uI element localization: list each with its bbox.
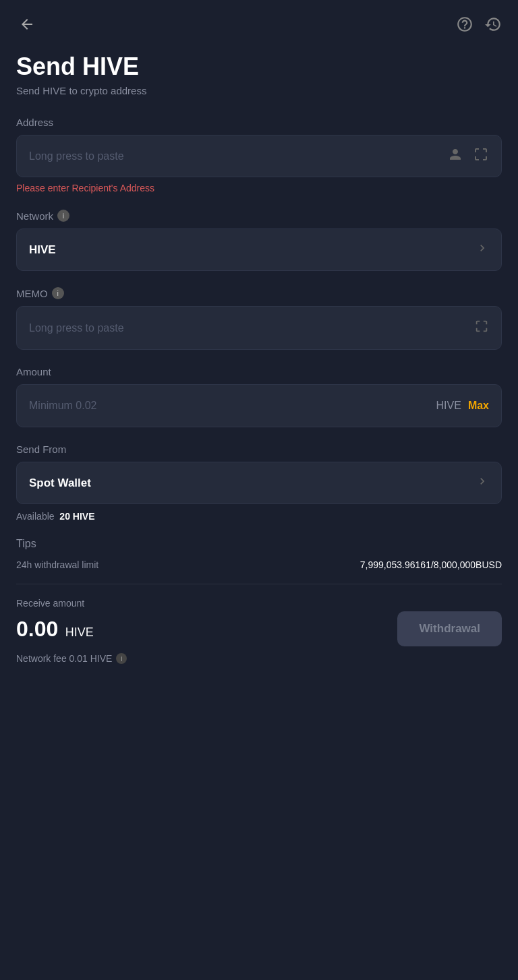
address-input-icons bbox=[447, 146, 489, 166]
amount-label: Amount bbox=[16, 366, 502, 377]
memo-info-icon[interactable]: i bbox=[52, 287, 64, 299]
divider bbox=[16, 584, 502, 584]
receive-amount: 0.00 bbox=[16, 617, 58, 641]
bottom-section: Receive amount 0.00 HIVE Withdrawal Netw… bbox=[16, 598, 502, 664]
network-label: Network i bbox=[16, 210, 502, 222]
address-error: Please enter Recipient's Address bbox=[16, 183, 502, 193]
network-select[interactable]: HIVE bbox=[16, 228, 502, 271]
max-button[interactable]: Max bbox=[468, 400, 489, 412]
page-content: Send HIVE Send HIVE to crypto address Ad… bbox=[0, 46, 518, 691]
memo-input-box[interactable] bbox=[16, 306, 502, 350]
send-from-chevron-icon bbox=[476, 474, 489, 491]
send-from-label: Send From bbox=[16, 443, 502, 455]
memo-section: MEMO i bbox=[16, 287, 502, 350]
address-label: Address bbox=[16, 117, 502, 128]
history-icon[interactable] bbox=[484, 16, 502, 37]
send-from-section: Send From Spot Wallet Available 20 HIVE bbox=[16, 443, 502, 522]
memo-scan-icon[interactable] bbox=[474, 319, 489, 337]
network-section: Network i HIVE bbox=[16, 210, 502, 271]
network-value: HIVE bbox=[29, 243, 56, 257]
withdrawal-button[interactable]: Withdrawal bbox=[397, 611, 502, 646]
receive-currency: HIVE bbox=[65, 625, 94, 639]
tips-title: Tips bbox=[16, 538, 502, 550]
amount-section: Amount HIVE Max bbox=[16, 366, 502, 427]
memo-label: MEMO i bbox=[16, 287, 502, 299]
contact-icon[interactable] bbox=[447, 146, 463, 166]
withdrawal-limit-row: 24h withdrawal limit 7,999,053.96161/8,0… bbox=[16, 559, 502, 570]
network-fee-row: Network fee 0.01 HIVE i bbox=[16, 653, 502, 664]
scan-icon[interactable] bbox=[473, 146, 489, 166]
address-input-box[interactable] bbox=[16, 135, 502, 177]
amount-currency: HIVE bbox=[436, 400, 461, 412]
amount-input-box[interactable]: HIVE Max bbox=[16, 384, 502, 427]
withdrawal-limit-label: 24h withdrawal limit bbox=[16, 559, 98, 570]
network-info-icon[interactable]: i bbox=[57, 210, 69, 222]
network-fee-text: Network fee 0.01 HIVE bbox=[16, 653, 112, 664]
withdrawal-limit-value: 7,999,053.96161/8,000,000BUSD bbox=[360, 559, 502, 570]
back-button[interactable] bbox=[16, 13, 38, 39]
help-icon[interactable] bbox=[456, 16, 473, 37]
amount-right: HIVE Max bbox=[436, 400, 489, 412]
header-icons bbox=[456, 16, 502, 37]
receive-row: 0.00 HIVE Withdrawal bbox=[16, 611, 502, 646]
receive-label: Receive amount bbox=[16, 598, 502, 609]
address-input[interactable] bbox=[29, 150, 447, 162]
page-title: Send HIVE bbox=[16, 53, 502, 81]
available-text: Available 20 HIVE bbox=[16, 511, 502, 522]
address-section: Address Please enter Recipient's Address bbox=[16, 117, 502, 193]
memo-input[interactable] bbox=[29, 322, 474, 334]
network-fee-info-icon[interactable]: i bbox=[116, 653, 127, 664]
available-amount: 20 HIVE bbox=[59, 511, 94, 522]
send-from-value: Spot Wallet bbox=[29, 477, 91, 490]
network-chevron-icon bbox=[476, 241, 489, 258]
tips-section: Tips 24h withdrawal limit 7,999,053.9616… bbox=[16, 538, 502, 570]
receive-amount-group: 0.00 HIVE bbox=[16, 617, 94, 642]
amount-input[interactable] bbox=[29, 400, 436, 412]
header bbox=[0, 0, 518, 46]
page-subtitle: Send HIVE to crypto address bbox=[16, 85, 502, 96]
send-from-select[interactable]: Spot Wallet bbox=[16, 462, 502, 504]
